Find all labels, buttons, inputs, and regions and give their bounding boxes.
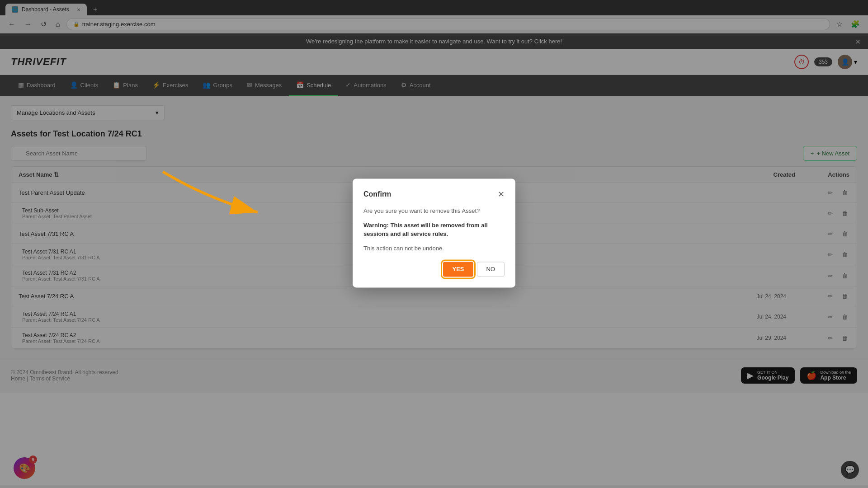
- modal-undone-text: This action can not be undone.: [363, 244, 505, 253]
- modal-header: Confirm ✕: [363, 189, 505, 199]
- arrow-annotation: [136, 163, 289, 253]
- modal-footer: YES NO: [363, 262, 505, 277]
- confirm-yes-button[interactable]: YES: [443, 262, 473, 277]
- modal-warning-text: Warning: This asset will be removed from…: [363, 222, 488, 238]
- modal-warning: Warning: This asset will be removed from…: [363, 221, 505, 239]
- modal-close-button[interactable]: ✕: [498, 189, 505, 199]
- modal-body: Are you sure you want to remove this Ass…: [363, 206, 505, 253]
- confirm-modal: Confirm ✕ Are you sure you want to remov…: [353, 178, 515, 287]
- modal-title: Confirm: [363, 190, 391, 198]
- confirm-no-button[interactable]: NO: [477, 262, 505, 277]
- modal-overlay: Confirm ✕ Are you sure you want to remov…: [0, 0, 868, 485]
- modal-question: Are you sure you want to remove this Ass…: [363, 206, 505, 216]
